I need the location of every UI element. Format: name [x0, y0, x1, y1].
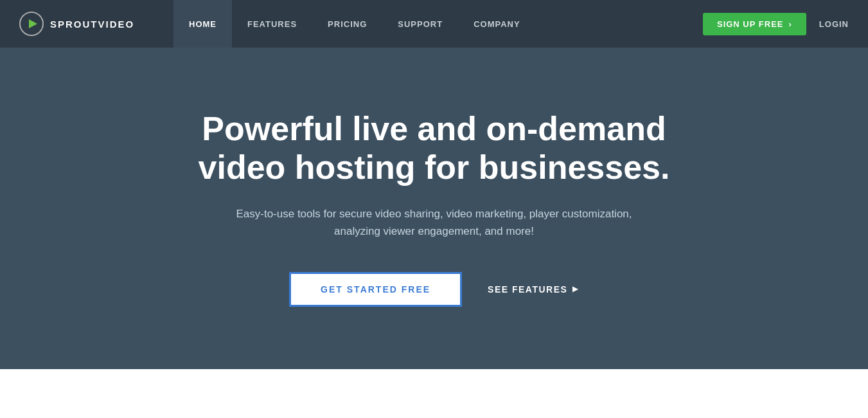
- signup-arrow-icon: ›: [788, 19, 792, 29]
- nav-links: HOME FEATURES PRICING SUPPORT COMPANY: [173, 0, 536, 48]
- svg-marker-1: [29, 19, 37, 28]
- logo-text: SPROUTVIDEO: [50, 19, 134, 30]
- logo-icon: [19, 12, 44, 36]
- see-features-arrow-icon: ▶: [572, 285, 579, 293]
- logo[interactable]: SPROUTVIDEO: [19, 12, 173, 36]
- hero-section: Powerful live and on-demand video hostin…: [0, 48, 868, 369]
- see-features-button[interactable]: SEE FEATURES ▶: [488, 284, 579, 295]
- nav-home[interactable]: HOME: [173, 0, 232, 48]
- main-nav: SPROUTVIDEO HOME FEATURES PRICING SUPPOR…: [0, 0, 868, 48]
- hero-subtitle: Easy-to-use tools for secure video shari…: [235, 205, 633, 240]
- login-button[interactable]: LOGIN: [819, 19, 849, 29]
- nav-pricing[interactable]: PRICING: [312, 0, 382, 48]
- hero-cta-group: GET STARTED FREE SEE FEATURES ▶: [289, 272, 579, 307]
- signup-button[interactable]: SIGN UP FREE ›: [703, 13, 806, 35]
- below-hero-section: [0, 369, 868, 418]
- nav-company[interactable]: COMPANY: [458, 0, 535, 48]
- nav-support[interactable]: SUPPORT: [382, 0, 458, 48]
- hero-title: Powerful live and on-demand video hostin…: [177, 110, 691, 187]
- get-started-button[interactable]: GET STARTED FREE: [289, 272, 462, 307]
- nav-features[interactable]: FEATURES: [232, 0, 312, 48]
